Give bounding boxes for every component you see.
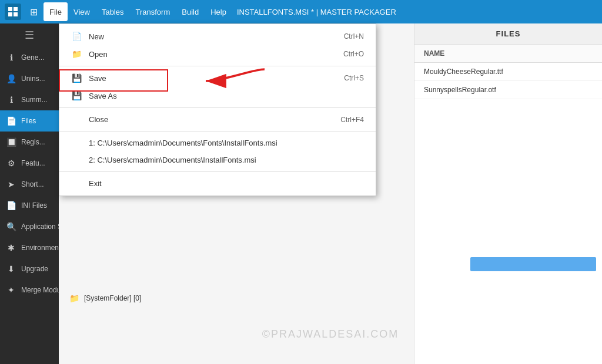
info-icon: ℹ [6,53,16,62]
sidebar-item-shortcuts[interactable]: ➤ Short... [0,174,59,195]
sidebar-label-registry: Regis... [21,138,45,146]
sidebar-item-mergemodules[interactable]: ✦ Merge Modules [0,279,59,301]
save-icon: 💾 [71,73,82,83]
menu-transform[interactable]: Transform [129,2,176,21]
folder-icon: 📁 [69,294,79,303]
dropdown-item-recent1[interactable]: 1: C:\Users\cmadmin\Documents\Fonts\Inst… [59,134,376,151]
shortcuts-icon: ➤ [6,180,16,189]
saveas-icon: 💾 [71,91,82,100]
sidebar-label-appsearch: Application Search [21,223,59,231]
menu-build[interactable]: Build [176,2,205,21]
sidebar-label-ini: INI Files [21,201,47,210]
svg-rect-1 [14,7,18,11]
new-file-icon: 📄 [71,32,82,41]
dropdown-item-saveas[interactable]: 💾 Save As [59,87,376,105]
menu-file[interactable]: File [44,2,68,21]
menu-bar: File View Tables Transform Build Help IN… [44,2,597,21]
file-dropdown-menu: 📄 New Ctrl+N 📁 Open Ctrl+O 💾 Save Ctrl+S… [59,23,376,196]
sidebar-item-uninstall[interactable]: 👤 Unins... [0,68,59,89]
sidebar-label-upgrade: Upgrade [21,265,48,273]
sidebar-item-features[interactable]: ⚙ Featu... [0,153,59,174]
folder-item[interactable]: 📁 [SystemFolder] [0] [65,291,402,305]
dropdown-label-recent2: 2: C:\Users\cmadmin\Documents\InstallFon… [89,156,256,164]
dropdown-label-new: New [89,32,104,41]
divider-2 [59,107,376,108]
menu-help[interactable]: Help [205,2,232,21]
registry-icon: 🔲 [6,137,16,147]
sidebar-label-environment: Environment [21,244,59,252]
divider-3 [59,131,376,132]
selection-bar [470,257,596,271]
dropdown-item-close[interactable]: Close Ctrl+F4 [59,111,376,128]
dropdown-item-recent2[interactable]: 2: C:\Users\cmadmin\Documents\InstallFon… [59,151,376,168]
sidebar: ☰ ℹ Gene... 👤 Unins... ℹ Summ... 📄 Files… [0,23,59,364]
sidebar-item-files[interactable]: 📄 Files [0,110,59,132]
sidebar-label-shortcuts: Short... [21,180,44,188]
svg-rect-0 [8,7,12,11]
files-column-header: NAME [414,45,602,63]
dropdown-label-exit: Exit [89,179,102,188]
dropdown-label-saveas: Save As [89,92,117,100]
summary-icon: ℹ [6,95,16,105]
sidebar-label-features: Featu... [21,159,45,167]
file-row-2[interactable]: SunnyspellsRegular.otf [414,81,602,99]
sidebar-label-summary: Summ... [21,96,48,104]
dropdown-item-new[interactable]: 📄 New Ctrl+N [59,28,376,45]
divider-1 [59,66,376,66]
upgrade-icon: ⬇ [6,264,16,274]
files-panel-header: FILES [414,23,602,45]
features-icon: ⚙ [6,159,16,168]
sidebar-item-general[interactable]: ℹ Gene... [0,47,59,68]
user-icon: 👤 [6,74,16,83]
dropdown-shortcut-open: Ctrl+O [343,50,364,58]
title-bar: ⊞ File View Tables Transform Build Help … [0,0,602,23]
dropdown-label-close: Close [89,115,108,124]
sidebar-label-mergemodules: Merge Modules [21,286,59,294]
sidebar-label-files: Files [21,117,36,125]
dropdown-item-open[interactable]: 📁 Open Ctrl+O [59,45,376,63]
files-icon: 📄 [6,116,16,126]
search-icon: 🔍 [6,222,16,231]
sidebar-item-summary[interactable]: ℹ Summ... [0,89,59,110]
dropdown-label-open: Open [89,50,108,59]
sidebar-top: ☰ [0,23,59,47]
sidebar-item-ini[interactable]: 📄 INI Files [0,195,59,216]
open-folder-icon: 📁 [71,49,82,59]
menu-view[interactable]: View [68,2,96,21]
project-title: INSTALLFONTS.MSI * | MASTER PACKAGER [237,8,396,16]
menu-tables[interactable]: Tables [96,2,130,21]
dropdown-shortcut-new: Ctrl+N [344,32,364,41]
folder-tree: 📁 [SystemFolder] [0] [65,291,402,305]
dropdown-label-save: Save [89,74,106,83]
dropdown-label-recent1: 1: C:\Users\cmadmin\Documents\Fonts\Inst… [89,139,277,147]
sidebar-item-appsearch[interactable]: 🔍 Application Search [0,216,59,237]
dropdown-item-exit[interactable]: Exit [59,175,376,192]
merge-icon: ✦ [6,285,16,295]
files-panel: FILES NAME MouldyCheeseRegular.ttf Sunny… [414,23,602,364]
grid-icon[interactable]: ⊞ [26,4,41,19]
app-logo [5,4,21,20]
divider-4 [59,171,376,172]
svg-rect-2 [8,12,12,16]
sidebar-label-uninstall: Unins... [21,75,45,83]
dropdown-shortcut-save: Ctrl+S [344,74,364,82]
file-row-1[interactable]: MouldyCheeseRegular.ttf [414,63,602,81]
sidebar-item-environment[interactable]: ✱ Environment [0,237,59,258]
hamburger-icon[interactable]: ☰ [25,29,34,42]
sidebar-label-general: Gene... [21,53,44,62]
svg-rect-3 [14,12,18,16]
sidebar-item-upgrade[interactable]: ⬇ Upgrade [0,258,59,279]
watermark: ©PRAJWALDESAI.COM [262,328,399,341]
dropdown-item-save[interactable]: 💾 Save Ctrl+S [59,69,376,87]
sidebar-item-registry[interactable]: 🔲 Regis... [0,132,59,153]
dropdown-shortcut-close: Ctrl+F4 [340,116,364,124]
environment-icon: ✱ [6,243,16,252]
ini-icon: 📄 [6,201,16,210]
folder-label: [SystemFolder] [0] [84,294,141,302]
